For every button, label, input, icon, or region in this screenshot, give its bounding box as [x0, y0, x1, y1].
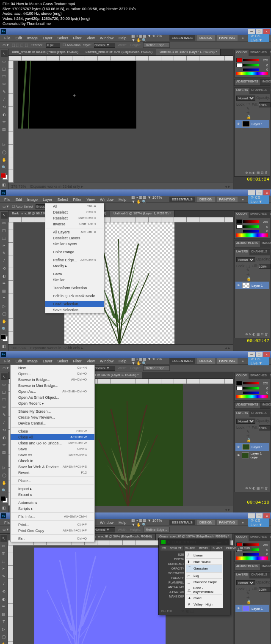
tool-13[interactable]: ◯ [0, 633, 7, 640]
workspace-painting[interactable]: PAINTING [217, 197, 238, 202]
menu-item[interactable]: AllCtrl+A [45, 203, 104, 209]
tool-15[interactable]: 🔍 [1, 164, 8, 171]
tool-3[interactable]: ⬚ [1, 73, 8, 80]
workspace-essentials[interactable]: ESSENTIALS [169, 35, 195, 41]
select-menu-dropdown[interactable]: AllCtrl+ADeselectCtrl+DReselectShift+Ctr… [45, 203, 104, 313]
menu-filter[interactable]: Filter [71, 197, 84, 202]
workspace-painting[interactable]: PAINTING [217, 520, 238, 525]
tool-8[interactable]: ◐ [1, 111, 8, 118]
menu-item[interactable]: Save As...Shift+Ctrl+S [11, 452, 94, 458]
menu-item[interactable]: Close AllAlt+Ctrl+W [11, 434, 94, 440]
menu-item[interactable]: Color Range... [45, 249, 104, 255]
menu-item[interactable]: Place... [11, 478, 94, 484]
menu-item[interactable]: Edit in Quick Mask Mode [45, 293, 104, 299]
menu-item[interactable]: Open As...Alt+Shift+Ctrl+O [11, 389, 94, 395]
layer-row[interactable]: 👁 Layer 1 [235, 605, 269, 612]
menu-layer[interactable]: Layer [40, 359, 55, 363]
layer-row[interactable]: 👁 Layer 1 [235, 282, 269, 289]
tool-3[interactable]: ⬚ [1, 235, 8, 241]
menu-edit[interactable]: Edit [13, 359, 25, 363]
tool-8[interactable]: ◐ [0, 596, 7, 603]
menu-item[interactable]: ExitCtrl+Q [11, 536, 94, 542]
tool-11[interactable]: T [1, 295, 8, 302]
menu-item[interactable]: SaveCtrl+S [11, 446, 94, 452]
tool-13[interactable]: ◯ [1, 149, 8, 156]
tool-11[interactable]: T [1, 134, 8, 140]
color-swatches[interactable] [0, 496, 8, 504]
tool-6[interactable]: / [0, 581, 7, 587]
doc-tab[interactable]: Untitled-1 @ 180% (Layer 1, RGB/8) * [156, 49, 221, 55]
tool-4[interactable]: ✂ [1, 81, 8, 88]
tool-9[interactable]: ✏ [0, 603, 7, 610]
tool-0[interactable]: ↖ [0, 535, 7, 542]
maximize-button[interactable]: □ [256, 29, 263, 34]
tool-4[interactable]: ✂ [1, 242, 8, 249]
menu-window[interactable]: Window [97, 197, 116, 202]
tool-0[interactable]: ↖ [1, 50, 8, 57]
layer-row[interactable]: 👁 Layer 1 [235, 120, 269, 128]
cslive-button[interactable]: ⟳ CS Live ▼ [248, 34, 269, 42]
workspace-design[interactable]: DESIGN [197, 197, 215, 202]
tool-6[interactable]: / [1, 419, 8, 426]
edgebrush-panel[interactable]: ✦ EDGEBRUSH▬ □ × 2DSCULPTSHAPEBEVELSLANT… [158, 538, 230, 615]
tool-7[interactable]: ⟲ [1, 104, 8, 110]
tool-10[interactable]: ▤ [1, 449, 8, 456]
menu-item[interactable]: Save Selection... [45, 307, 104, 313]
tool-14[interactable]: ✋ [1, 480, 8, 486]
menu-item[interactable]: All LayersAlt+Ctrl+A [45, 229, 104, 235]
menu-layer[interactable]: Layer [40, 36, 55, 40]
minimize-button[interactable]: ─ [248, 352, 255, 357]
zoom-level[interactable]: 106.55% [11, 346, 26, 350]
tool-12[interactable]: ▷ [1, 141, 8, 148]
menu-file[interactable]: File [2, 36, 13, 40]
tool-5[interactable]: ✎ [0, 573, 7, 580]
tool-1[interactable]: ▭ [1, 219, 8, 226]
tool-10[interactable]: ▤ [1, 288, 8, 294]
maximize-button[interactable]: □ [256, 352, 263, 357]
menu-item[interactable]: Similar [45, 277, 104, 283]
menu-item[interactable]: DeselectCtrl+D [45, 209, 104, 215]
workspace-design[interactable]: DESIGN [197, 520, 215, 525]
menu-help[interactable]: Help [116, 36, 129, 40]
tool-1[interactable]: ▭ [1, 58, 8, 65]
menu-image[interactable]: Image [25, 197, 40, 202]
doc-tab[interactable]: Bark_nmc.tif @ 60.1% (Photograph, RGB/8) [8, 49, 82, 55]
menu-window[interactable]: Window [97, 521, 116, 525]
tool-14[interactable]: ✋ [0, 641, 7, 644]
menu-item[interactable]: Grow [45, 271, 104, 277]
layer-row[interactable]: 👁 Layer 1 copy [235, 451, 269, 460]
tool-13[interactable]: ◯ [1, 472, 8, 479]
tool-11[interactable]: T [0, 618, 7, 625]
file-menu-dropdown[interactable]: New...Ctrl+NOpen...Ctrl+OBrowse in Bridg… [10, 364, 95, 542]
minimize-button[interactable]: ─ [248, 29, 255, 34]
menu-file[interactable]: File [2, 197, 13, 202]
menu-item[interactable]: Save for Web & Devices...Alt+Shift+Ctrl+… [11, 464, 94, 470]
menu-item[interactable]: Print...Ctrl+P [11, 522, 94, 528]
menu-view[interactable]: View [84, 36, 97, 40]
menu-item[interactable]: Create New Review... [11, 414, 94, 420]
menu-file[interactable]: File [2, 359, 13, 363]
cslive-button[interactable]: ⟳ CS Live ▼ [248, 195, 269, 204]
minimize-button[interactable]: ─ [248, 190, 255, 195]
tool-8[interactable]: ◐ [1, 434, 8, 441]
tool-6[interactable]: / [1, 258, 8, 264]
menu-item[interactable]: Check In... [11, 458, 94, 464]
tool-4[interactable]: ✂ [1, 404, 8, 411]
visibility-icon[interactable]: 👁 [236, 453, 240, 458]
maximize-button[interactable]: □ [256, 513, 263, 518]
menu-select[interactable]: Select [55, 36, 71, 40]
tool-2[interactable]: ◫ [1, 227, 8, 234]
close-button[interactable]: × [263, 513, 270, 518]
tool-12[interactable]: ▷ [1, 303, 8, 310]
tool-7[interactable]: ⟲ [1, 427, 8, 433]
workspace-essentials[interactable]: ESSENTIALS [169, 520, 195, 525]
menu-view[interactable]: View [84, 359, 97, 363]
menu-item[interactable]: Scripts ▸ [11, 506, 94, 512]
tool-2[interactable]: ◫ [1, 389, 8, 395]
menu-item[interactable]: Transform Selection [45, 285, 104, 291]
visibility-icon[interactable]: 👁 [236, 445, 241, 449]
menu-item[interactable]: RevertF12 [11, 470, 94, 476]
tool-9[interactable]: ✏ [1, 280, 8, 287]
tool-2[interactable]: ◫ [1, 66, 8, 72]
workspace-essentials[interactable]: ESSENTIALS [169, 197, 195, 202]
